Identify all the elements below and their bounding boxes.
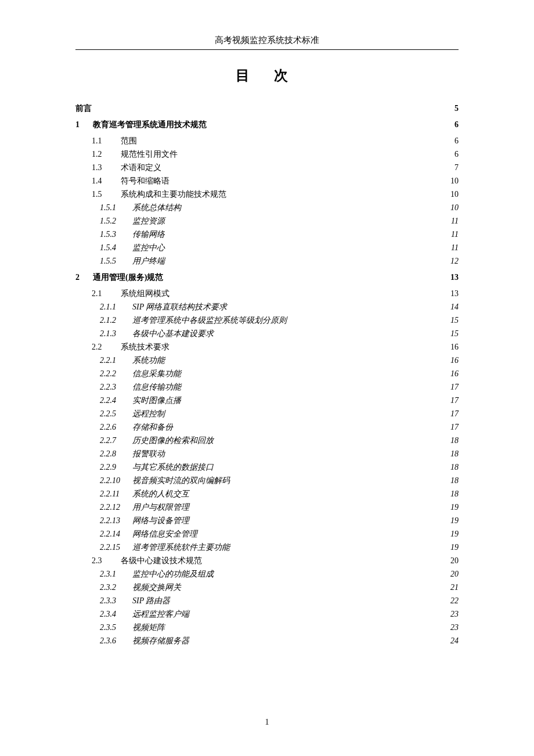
toc-entry-label: 规范性引用文件 (121, 150, 178, 159)
toc-entry[interactable]: 2.2系统技术要求16 (75, 343, 459, 351)
toc-entry[interactable]: 1.5.2监控资源11 (75, 217, 459, 225)
toc-entry[interactable]: 2.2.1系统功能16 (75, 357, 459, 365)
toc-entry-number: 2.2.9 (100, 463, 132, 471)
toc-entry[interactable]: 2.2.10视音频实时流的双向编解码18 (75, 477, 459, 485)
toc-entry-number: 2.2.6 (100, 423, 132, 431)
toc-entry-page: 6 (447, 150, 459, 159)
toc-entry-number: 2.2.4 (100, 397, 132, 405)
toc-entry[interactable]: 2.2.6存储和备份17 (75, 423, 459, 431)
toc-entry[interactable]: 2.2.12用户与权限管理19 (75, 503, 459, 512)
toc-entry[interactable]: 2.2.13网络与设备管理19 (75, 517, 459, 525)
toc-entry-number: 2.2.3 (100, 383, 132, 391)
toc-entry[interactable]: 1.5系统构成和主要功能技术规范10 (75, 190, 459, 199)
toc-entry[interactable]: 2.3.5视频矩阵23 (75, 624, 459, 632)
toc-entry-page: 17 (447, 383, 459, 391)
toc-entry[interactable]: 2.3.6视频存储服务器24 (75, 637, 459, 645)
toc-entry[interactable]: 1.5.3传输网络11 (75, 231, 459, 239)
toc-entry-page: 19 (447, 517, 459, 525)
toc-entry[interactable]: 2.1系统组网模式13 (75, 290, 459, 298)
toc-entry[interactable]: 2.2.15巡考管理系统软件主要功能19 (75, 543, 459, 552)
toc-entry[interactable]: 2.2.7历史图像的检索和回放18 (75, 437, 459, 445)
toc-entry-number: 2.3 (92, 557, 121, 565)
toc-entry-page: 16 (447, 357, 459, 365)
toc-entry-number: 2.2.2 (100, 370, 132, 378)
toc-entry-number: 2.2.15 (100, 543, 132, 552)
toc-entry-label: 与其它系统的数据接口 (132, 463, 214, 471)
toc-entry[interactable]: 1.5.5用户终端12 (75, 257, 459, 265)
toc-entry-number: 2.2.7 (100, 437, 132, 445)
toc-entry-label: SIP 网络直联结构技术要求 (132, 303, 227, 311)
toc-entry[interactable]: 1.5.4监控中心11 (75, 244, 459, 252)
toc-entry-page: 5 (447, 105, 459, 113)
toc-entry-page: 16 (447, 343, 459, 351)
toc-entry-page: 11 (447, 244, 459, 252)
toc-entry-number: 1 (75, 121, 93, 129)
toc-entry[interactable]: 1.1范围6 (75, 137, 459, 145)
toc-entry-page: 10 (447, 177, 459, 185)
toc-entry-page: 12 (447, 257, 459, 265)
toc-entry-page: 19 (447, 543, 459, 552)
toc-entry-page: 18 (447, 437, 459, 445)
toc-entry-label: 巡考管理系统软件主要功能 (132, 543, 230, 552)
page-number: 1 (0, 718, 534, 727)
toc-entry-page: 13 (447, 290, 459, 298)
toc-entry-number: 1.5.1 (100, 204, 132, 212)
toc-entry[interactable]: 2.1.2巡考管理系统中各级监控系统等级划分原则15 (75, 316, 459, 325)
toc-entry[interactable]: 2.2.14网络信息安全管理19 (75, 530, 459, 538)
toc-entry-page: 21 (447, 584, 459, 592)
toc-entry[interactable]: 2.3.3SIP 路由器22 (75, 597, 459, 605)
toc-entry[interactable]: 2.2.9与其它系统的数据接口18 (75, 463, 459, 471)
toc-entry[interactable]: 1.2规范性引用文件6 (75, 150, 459, 159)
toc-entry[interactable]: 2.3.1监控中心的功能及组成20 (75, 570, 459, 578)
toc-entry-number: 2.1.2 (100, 316, 132, 325)
toc-entry[interactable]: 2.1.1SIP 网络直联结构技术要求14 (75, 303, 459, 311)
toc-entry-label: 巡考管理系统中各级监控系统等级划分原则 (132, 316, 287, 325)
toc-entry[interactable]: 1.3术语和定义7 (75, 164, 459, 172)
toc-entry-label: 网络信息安全管理 (132, 530, 197, 538)
toc-entry-number: 1.3 (92, 164, 121, 172)
toc-entry-page: 17 (447, 423, 459, 431)
toc-entry[interactable]: 1教育巡考管理系统通用技术规范6 (75, 121, 459, 129)
toc-entry-page: 17 (447, 410, 459, 418)
toc-entry-label: 报警联动 (132, 450, 165, 458)
toc-entry-page: 24 (447, 637, 459, 645)
toc-entry-number: 2.2.8 (100, 450, 132, 458)
toc-entry[interactable]: 1.5.1系统总体结构10 (75, 204, 459, 212)
toc-entry[interactable]: 2.3.4远程监控客户端23 (75, 610, 459, 618)
toc-entry[interactable]: 前言5 (75, 105, 459, 113)
toc-entry[interactable]: 2.2.3信息传输功能17 (75, 383, 459, 391)
toc-entry-number: 2.1 (92, 290, 121, 298)
toc-entry-page: 22 (447, 597, 459, 605)
toc-entry-label: 系统技术要求 (121, 343, 169, 351)
toc-entry-number: 1.4 (92, 177, 121, 185)
toc-entry-number: 1.5.4 (100, 244, 132, 252)
toc-entry[interactable]: 2.2.8报警联动18 (75, 450, 459, 458)
toc-entry-page: 6 (447, 137, 459, 145)
toc-entry[interactable]: 2.2.2信息采集功能16 (75, 370, 459, 378)
toc-entry[interactable]: 2.2.11系统的人机交互18 (75, 490, 459, 498)
toc-entry-number: 1.5.5 (100, 257, 132, 265)
toc-entry-label: 监控资源 (132, 217, 165, 225)
toc-entry[interactable]: 1.4符号和缩略语10 (75, 177, 459, 185)
toc-entry-label: 术语和定义 (121, 164, 161, 172)
toc-entry-label: 历史图像的检索和回放 (132, 437, 214, 445)
running-header: 高考视频监控系统技术标准 (75, 35, 459, 46)
toc-entry-label: 用户终端 (132, 257, 165, 265)
toc-entry-label: 前言 (75, 105, 92, 113)
toc-entry-page: 7 (447, 164, 459, 172)
toc-entry[interactable]: 2.2.4实时图像点播17 (75, 397, 459, 405)
document-page: 高考视频监控系统技术标准 目 次 前言51教育巡考管理系统通用技术规范61.1范… (0, 0, 534, 756)
toc-entry[interactable]: 2.3各级中心建设技术规范20 (75, 557, 459, 565)
toc-entry-page: 10 (447, 204, 459, 212)
toc-entry-page: 20 (447, 570, 459, 578)
toc-entry-number: 2.2.1 (100, 357, 132, 365)
toc-entry[interactable]: 2通用管理(服务)规范13 (75, 273, 459, 282)
toc-entry-page: 23 (447, 624, 459, 632)
toc-entry-number: 2.1.1 (100, 303, 132, 311)
toc-entry[interactable]: 2.1.3各级中心基本建设要求15 (75, 330, 459, 338)
toc-entry-label: 系统组网模式 (121, 290, 169, 298)
toc-entry-page: 11 (447, 217, 459, 225)
toc-entry-page: 18 (447, 463, 459, 471)
toc-entry[interactable]: 2.2.5远程控制17 (75, 410, 459, 418)
toc-entry[interactable]: 2.3.2视频交换网关21 (75, 584, 459, 592)
